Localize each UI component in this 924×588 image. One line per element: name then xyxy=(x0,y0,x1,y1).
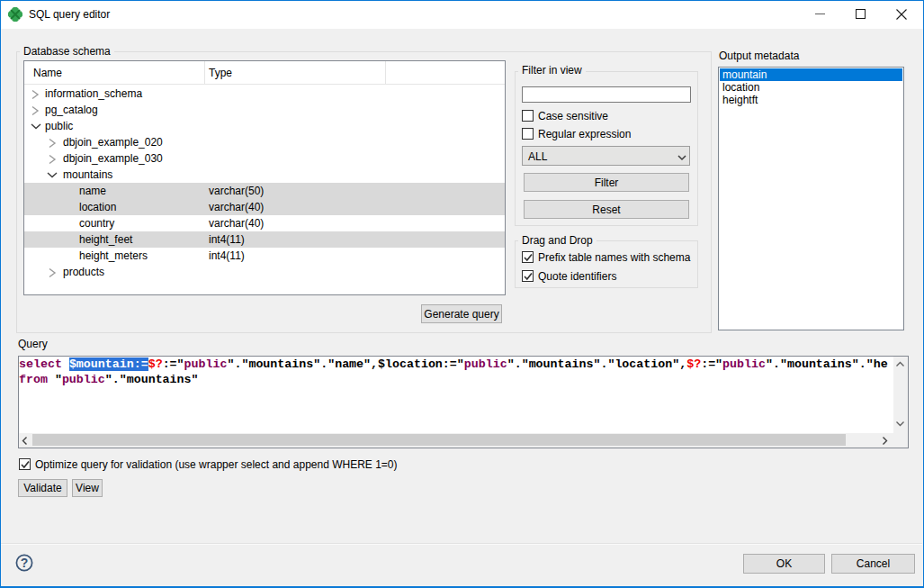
svg-text:?: ? xyxy=(21,556,29,570)
